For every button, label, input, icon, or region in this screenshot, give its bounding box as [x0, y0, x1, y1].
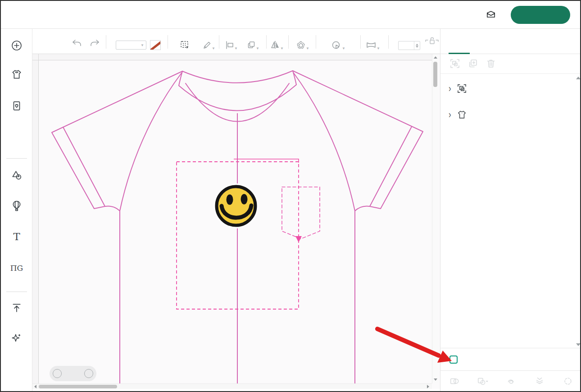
contour-button[interactable] — [554, 371, 581, 392]
attach-icon — [506, 377, 516, 386]
delete-button[interactable] — [486, 58, 496, 71]
svg-text:ΠG: ΠG — [10, 264, 23, 273]
sidebar-item-monogram[interactable]: ΠG — [1, 262, 32, 277]
sidebar-item-upload[interactable] — [1, 302, 32, 317]
sidebar-item-images[interactable] — [1, 200, 32, 215]
envelope-icon — [486, 11, 495, 19]
duplicate-button[interactable] — [468, 58, 478, 71]
vertical-scroll-thumb[interactable] — [433, 62, 437, 87]
horizontal-scroll-thumb[interactable] — [39, 385, 117, 388]
slice-icon — [449, 377, 459, 386]
sparkle-icon — [11, 333, 23, 344]
right-panel: › › — [440, 29, 581, 391]
arrange-button[interactable]: ▼ — [247, 41, 259, 51]
flip-button[interactable]: ▼ — [270, 41, 284, 51]
panel-tabs — [440, 29, 581, 54]
design-canvas[interactable] — [32, 54, 440, 389]
panel-scroll-down-icon[interactable] — [576, 343, 581, 346]
tshirt-pocket — [282, 187, 320, 239]
panel-scroll-up-icon[interactable] — [576, 77, 581, 79]
svg-text:T: T — [13, 231, 20, 242]
layer-tools — [440, 54, 581, 74]
sidebar-item-create-ai[interactable] — [1, 333, 32, 347]
background-color-checkbox[interactable] — [449, 356, 458, 364]
attach-button[interactable] — [497, 371, 526, 392]
chevron-right-icon[interactable]: › — [449, 110, 451, 121]
flatten-button[interactable] — [525, 371, 554, 392]
canvas-horizontal-scrollbar[interactable] — [32, 383, 432, 389]
contour-icon — [563, 377, 573, 386]
sidebar-item-templates[interactable] — [1, 68, 32, 83]
combine-icon — [477, 377, 489, 386]
bottom-actions — [440, 370, 581, 392]
undo-button[interactable] — [72, 39, 82, 50]
scroll-up-icon[interactable] — [434, 56, 437, 59]
chevron-down-icon: ▼ — [141, 43, 144, 47]
lock-icon[interactable] — [425, 36, 439, 46]
ruler-corner — [32, 54, 39, 60]
my-stuff-button[interactable] — [486, 11, 499, 19]
warp-button[interactable]: ▼ — [366, 41, 380, 51]
edit-button[interactable]: ▼ — [203, 41, 215, 51]
sidebar-divider — [6, 158, 27, 159]
sidebar-divider — [6, 292, 27, 292]
tshirt-icon — [11, 68, 23, 80]
text-icon: T — [11, 231, 23, 242]
align-button[interactable]: ▼ — [225, 41, 238, 51]
smiley-eye-left — [227, 195, 233, 205]
sidebar-item-shapes[interactable] — [1, 169, 32, 184]
layer-row-child-medium[interactable]: › — [440, 104, 581, 127]
width-input[interactable] — [398, 41, 420, 50]
tshirt-icon — [457, 109, 467, 122]
vertical-ruler — [32, 60, 39, 383]
project-card-icon — [11, 100, 23, 112]
create-sticker-button[interactable]: ▼ — [331, 41, 345, 51]
operation-select[interactable]: ▼ — [116, 41, 146, 50]
combine-button[interactable] — [469, 371, 497, 392]
offset-button[interactable]: ▼ — [296, 41, 309, 51]
new-plus-icon — [11, 40, 23, 51]
zoom-out-button[interactable] — [53, 369, 62, 378]
sidebar-item-new[interactable] — [1, 40, 32, 55]
monogram-icon: ΠG — [10, 262, 23, 274]
flatten-icon — [535, 377, 545, 386]
app-window: T ΠG ▼ — [0, 0, 581, 392]
horizontal-ruler — [39, 54, 432, 60]
top-bar — [1, 1, 580, 29]
balloon-icon — [11, 200, 23, 212]
chevron-right-icon[interactable]: › — [449, 84, 451, 95]
edit-toolbar: ▼ ▼ ▼ ▼ ▼ ▼ ▼ — [32, 29, 440, 54]
sidebar-item-projects[interactable] — [1, 100, 32, 115]
smiley-eye-right — [241, 194, 248, 205]
select-all-button[interactable] — [180, 41, 190, 51]
width-stepper[interactable] — [414, 41, 420, 50]
scroll-down-icon[interactable] — [434, 378, 437, 381]
zoom-control — [50, 366, 96, 381]
guide-arrow-down-icon — [295, 236, 302, 242]
make-button[interactable] — [511, 6, 570, 24]
color-swatch[interactable] — [150, 40, 161, 50]
zoom-in-button[interactable] — [84, 369, 93, 378]
redo-button[interactable] — [89, 39, 100, 50]
group-icon — [457, 83, 467, 96]
background-color-row — [440, 348, 581, 370]
scroll-right-icon[interactable] — [427, 385, 429, 388]
slice-button[interactable] — [440, 371, 469, 392]
flower-design[interactable] — [213, 183, 259, 228]
canvas-vertical-scrollbar[interactable] — [432, 54, 438, 383]
upload-icon — [11, 302, 23, 314]
sidebar-item-text[interactable]: T — [1, 231, 32, 246]
layer-row-flower[interactable]: › — [440, 77, 581, 101]
selection-box[interactable] — [177, 159, 302, 309]
group-button[interactable] — [449, 58, 460, 71]
left-sidebar: T ΠG — [1, 29, 32, 391]
shapes-icon — [11, 169, 23, 181]
canvas-content[interactable] — [39, 60, 432, 383]
scroll-left-icon[interactable] — [34, 385, 36, 388]
